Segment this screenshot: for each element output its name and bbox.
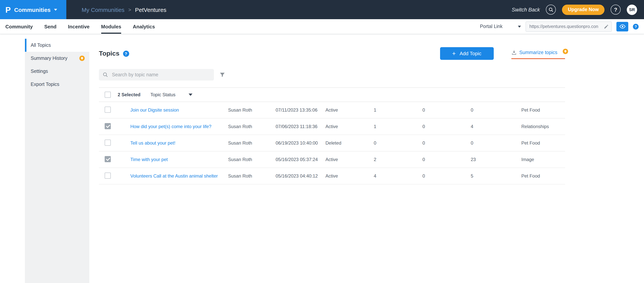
topic-status: Active [326,107,374,113]
sidebar-item-label: All Topics [31,42,51,48]
content-area: All Topics Summary History Settings Expo… [0,34,644,283]
topic-category: Pet Food [521,173,565,179]
topic-count-2: 0 [422,157,471,162]
topic-name-link[interactable]: Volunteers Call at the Austin animal she… [130,173,218,179]
topic-status-label: Topic Status [150,92,176,98]
row-checkbox[interactable] [105,140,111,146]
page-title: Topics [99,50,120,57]
portal-url-input[interactable] [528,24,602,29]
table-header: 2 Selected Topic Status [99,88,565,102]
sidebar-item-settings[interactable]: Settings [25,65,89,78]
portal-link-label: Portal Link [480,24,502,29]
portal-url-box [526,21,612,32]
filter-button[interactable] [219,72,226,78]
topic-count-1: 1 [374,107,422,113]
tab-analytics[interactable]: Analytics [133,19,155,34]
sidebar-item-export-topics[interactable]: Export Topics [25,78,89,91]
portal-link-dropdown[interactable]: Portal Link [480,24,521,29]
row-checkbox[interactable] [105,156,111,162]
tab-modules[interactable]: Modules [101,19,121,34]
topic-name-link[interactable]: Join our Digsite session [130,107,179,113]
eye-icon [619,24,626,29]
tab-community[interactable]: Community [5,19,33,34]
topic-count-2: 0 [422,173,471,179]
sidebar-item-label: Export Topics [31,82,60,87]
topic-name-link[interactable]: Tell us about your pet! [130,140,176,146]
plus-icon: + [452,50,456,56]
topic-category: Relationships [521,124,565,129]
tab-incentive[interactable]: Incentive [68,19,90,34]
topic-category: Pet Food [521,140,565,146]
topic-count-1: 4 [374,173,422,179]
summarize-topics-button[interactable]: Summarize topics [511,48,565,59]
topic-author: Susan Roth [228,157,276,162]
portal-help-icon[interactable]: ? [633,24,639,29]
switch-back-link[interactable]: Switch Back [512,7,540,12]
add-topic-button[interactable]: + Add Topic [440,47,494,60]
select-all-checkbox[interactable] [105,92,111,98]
questionpro-logo: P [5,6,11,14]
breadcrumb-separator: > [128,7,131,12]
sidebar-item-label: Settings [31,69,48,74]
preview-portal-button[interactable] [616,22,628,31]
table-row: Time with your pet Susan Roth 05/16/2023… [99,152,565,168]
sidebar-item-all-topics[interactable]: All Topics [25,39,89,52]
table-row: Tell us about your pet! Susan Roth 06/19… [99,135,565,152]
tab-send[interactable]: Send [44,19,56,34]
topic-count-1: 2 [374,157,422,162]
topic-date: 05/16/2023 04:40:12 [276,173,326,179]
topic-count-1: 0 [374,140,422,146]
filter-funnel-icon [219,72,226,78]
topic-status: Active [326,157,374,162]
summarize-wrap: Summarize topics [511,48,565,59]
avatar[interactable]: SR [627,4,637,15]
title-actions: + Add Topic Summarize topics [440,47,565,60]
add-topic-label: Add Topic [460,50,482,56]
topic-count-2: 0 [422,107,471,113]
chevron-down-icon [54,9,57,10]
row-checkbox[interactable] [105,123,111,129]
table-row: Join our Digsite session Susan Roth 07/1… [99,102,565,118]
topic-date: 07/06/2023 11:18:36 [276,124,326,129]
summarize-topics-label: Summarize topics [519,50,557,55]
upgrade-now-button[interactable]: Upgrade Now [562,4,604,15]
search-box [99,69,214,80]
topics-help-icon[interactable]: ? [123,50,129,56]
topic-category: Pet Food [521,107,565,113]
topic-status-filter[interactable]: Topic Status [150,92,192,98]
topic-date: 05/16/2023 05:37:24 [276,157,326,162]
selected-count: 2 Selected [118,92,140,98]
table-row: Volunteers Call at the Austin animal she… [99,168,565,184]
topbar: P Communities My Communities > PetVentur… [0,0,644,19]
topic-count-3: 5 [471,173,521,179]
topic-name-link[interactable]: Time with your pet [130,157,168,162]
search-input[interactable] [111,72,210,78]
nav-tabs: Community Send Incentive Modules Analyti… [0,19,155,34]
topic-count-3: 4 [471,124,521,129]
breadcrumb-current: PetVentures [135,6,166,13]
topic-count-2: 0 [422,124,471,129]
communities-product-switcher[interactable]: P Communities [0,0,66,19]
premium-badge-icon [79,56,85,61]
topic-count-1: 1 [374,124,422,129]
topics-table: 2 Selected Topic Status Join our Digsite… [99,88,565,184]
topic-name-link[interactable]: How did your pet(s) come into your life? [130,124,212,129]
topic-author: Susan Roth [228,173,276,179]
breadcrumb-my-communities[interactable]: My Communities [82,6,124,13]
topbar-actions: Switch Back Upgrade Now ? SR [512,4,644,15]
search-icon [548,7,554,12]
topic-date: 06/19/2023 10:40:00 [276,140,326,146]
search-button[interactable] [546,4,556,14]
title-row: Topics ? + Add Topic Summarize topics [99,47,565,60]
search-row [99,69,565,80]
row-checkbox[interactable] [105,172,111,178]
row-checkbox[interactable] [105,106,111,112]
sidebar-item-summary-history[interactable]: Summary History [25,52,89,65]
topic-count-2: 0 [422,140,471,146]
topic-date: 07/11/2023 13:35:06 [276,107,326,113]
table-rows: Join our Digsite session Susan Roth 07/1… [99,102,565,184]
sidebar-item-label: Summary History [31,56,68,61]
help-button[interactable]: ? [611,4,620,14]
chevron-down-icon [518,26,521,28]
edit-pencil-icon[interactable] [604,24,609,29]
